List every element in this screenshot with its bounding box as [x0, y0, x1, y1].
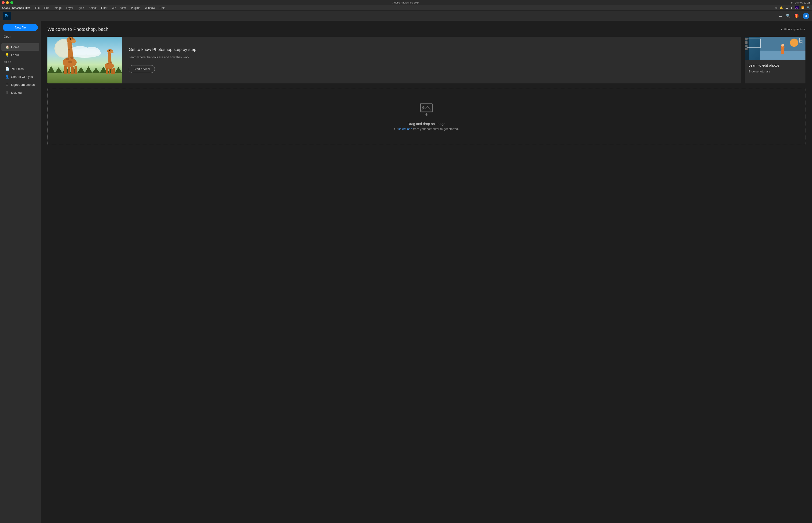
- datetime-display: Fri 24 Nov 22:23: [791, 1, 810, 4]
- ae-icon: Ae: [795, 6, 799, 10]
- sidebar-item-your-files[interactable]: 📄 Your files: [1, 65, 39, 72]
- new-file-wrap: New file: [0, 24, 41, 34]
- search-menu-icon: 🔍: [807, 6, 810, 10]
- main-content: Welcome to Photoshop, bach ▲ Hide sugges…: [41, 21, 812, 523]
- sidebar-item-deleted[interactable]: 🗑 Deleted: [1, 89, 39, 96]
- wifi-icon: 📶: [801, 6, 805, 10]
- sidebar-home-label: Home: [11, 45, 19, 49]
- app-name: Adobe Photoshop 2024: [2, 6, 30, 10]
- ps-app-header: Ps ☁ 🔍 🎁 B: [0, 11, 812, 21]
- menu-bar-right-icons: 👁 🔔 ☁ ⬆ Ae 📶 🔍: [775, 6, 810, 10]
- menu-filter[interactable]: Filter: [99, 6, 109, 10]
- lightroom-label: Lightroom photos: [11, 83, 35, 87]
- share-icon: ⬆: [790, 6, 792, 10]
- bell-icon: 🔔: [780, 6, 783, 10]
- svg-rect-11: [68, 67, 70, 74]
- title-bar-right: Fri 24 Nov 22:23: [791, 1, 810, 4]
- edit-photos-preview: [745, 37, 806, 60]
- gift-icon[interactable]: 🎁: [794, 14, 799, 18]
- home-icon: 🏠: [5, 45, 9, 49]
- your-files-label: Your files: [11, 67, 24, 71]
- menu-3d[interactable]: 3D: [110, 6, 117, 10]
- start-tutorial-button[interactable]: Start tutorial: [129, 65, 155, 73]
- svg-rect-10: [64, 66, 67, 74]
- new-file-button[interactable]: New file: [3, 24, 38, 31]
- sidebar-item-shared[interactable]: 👤 Shared with you: [1, 73, 39, 80]
- maximize-button[interactable]: [10, 1, 13, 4]
- menu-layer[interactable]: Layer: [64, 6, 75, 10]
- tool-dot-4: [745, 48, 748, 50]
- cloud-sync-icon[interactable]: ☁: [778, 14, 782, 18]
- svg-rect-27: [113, 68, 115, 74]
- svg-point-16: [68, 60, 72, 63]
- cards-row: Get to know Photoshop step by step Learn…: [48, 37, 806, 84]
- sidebar-learn-label: Learn: [11, 53, 19, 57]
- svg-rect-13: [75, 66, 77, 74]
- main-layout: New file Open 🏠 Home 💡 Learn FILES 📄 You…: [0, 21, 812, 523]
- sidebar-item-lightroom[interactable]: ⊞ Lightroom photos: [1, 81, 39, 88]
- giraffe-scene: [48, 37, 122, 84]
- menu-bar: Adobe Photoshop 2024 File Edit Image Lay…: [0, 5, 812, 11]
- menu-plugins[interactable]: Plugins: [129, 6, 142, 10]
- tutorial-card-title: Get to know Photoshop step by step: [129, 47, 735, 52]
- giraffe-illustration: [57, 37, 85, 74]
- welcome-header: Welcome to Photoshop, bach ▲ Hide sugges…: [48, 26, 806, 32]
- sidebar-item-home[interactable]: 🏠 Home: [1, 43, 39, 51]
- svg-rect-9: [72, 37, 73, 39]
- traffic-lights: [2, 1, 13, 4]
- menu-view[interactable]: View: [118, 6, 128, 10]
- svg-rect-24: [106, 68, 108, 74]
- menu-file[interactable]: File: [33, 6, 41, 10]
- drop-zone[interactable]: Drag and drop an image Or select one fro…: [48, 88, 806, 145]
- svg-point-29: [110, 61, 112, 63]
- user-avatar[interactable]: B: [802, 13, 809, 19]
- drop-zone-icon: [419, 102, 434, 118]
- svg-point-15: [70, 57, 74, 59]
- svg-rect-26: [111, 69, 113, 74]
- giraffe-small-illustration: [101, 46, 117, 74]
- search-icon[interactable]: 🔍: [786, 14, 791, 18]
- svg-rect-12: [71, 67, 74, 74]
- svg-rect-34: [781, 49, 784, 54]
- drop-zone-or-text: Or: [394, 127, 398, 131]
- open-button[interactable]: Open: [0, 34, 41, 41]
- menu-help[interactable]: Help: [158, 6, 167, 10]
- select-one-link[interactable]: select one: [398, 127, 412, 131]
- browse-tutorials-link[interactable]: Browse tutorials: [749, 70, 770, 73]
- sidebar-divider-1: [0, 42, 41, 42]
- menu-window[interactable]: Window: [143, 6, 157, 10]
- files-section-label: FILES: [0, 59, 41, 65]
- drop-zone-title: Drag and drop an image: [408, 122, 445, 126]
- svg-point-23: [109, 50, 110, 51]
- menu-edit[interactable]: Edit: [42, 6, 51, 10]
- minimize-button[interactable]: [6, 1, 9, 4]
- svg-rect-8: [69, 37, 70, 39]
- svg-point-32: [790, 39, 798, 47]
- ps-logo: Ps: [3, 12, 11, 20]
- crop-tool-icon: [797, 38, 804, 45]
- svg-point-18: [71, 47, 72, 48]
- window-title: Adobe Photoshop 2024: [393, 1, 420, 4]
- sidebar-item-learn[interactable]: 💡 Learn: [1, 51, 39, 59]
- cloud-icon: ☁: [786, 6, 788, 10]
- title-bar: Adobe Photoshop 2024 Fri 24 Nov 22:23: [0, 0, 812, 5]
- edit-photos-card: Learn to edit photos Browse tutorials: [745, 37, 806, 84]
- svg-point-2: [84, 47, 100, 55]
- preview-selection-box: [746, 39, 761, 48]
- eye-icon: 👁: [775, 6, 777, 10]
- menu-select[interactable]: Select: [87, 6, 98, 10]
- trash-icon: 🗑: [5, 91, 9, 94]
- hide-suggestions-button[interactable]: ▲ Hide suggestions: [780, 28, 806, 31]
- menu-image[interactable]: Image: [52, 6, 63, 10]
- shared-icon: 👤: [5, 75, 9, 78]
- svg-point-17: [68, 49, 70, 51]
- close-button[interactable]: [2, 1, 5, 4]
- ps-logo-text: Ps: [5, 14, 10, 18]
- chevron-up-icon: ▲: [780, 28, 783, 31]
- svg-rect-41: [420, 103, 432, 112]
- sidebar: New file Open 🏠 Home 💡 Learn FILES 📄 You…: [0, 21, 41, 523]
- tutorial-card-desc: Learn where the tools are and how they w…: [129, 55, 735, 59]
- learn-icon: 💡: [5, 53, 9, 57]
- menu-type[interactable]: Type: [76, 6, 86, 10]
- edit-photos-body: Learn to edit photos Browse tutorials: [745, 60, 806, 76]
